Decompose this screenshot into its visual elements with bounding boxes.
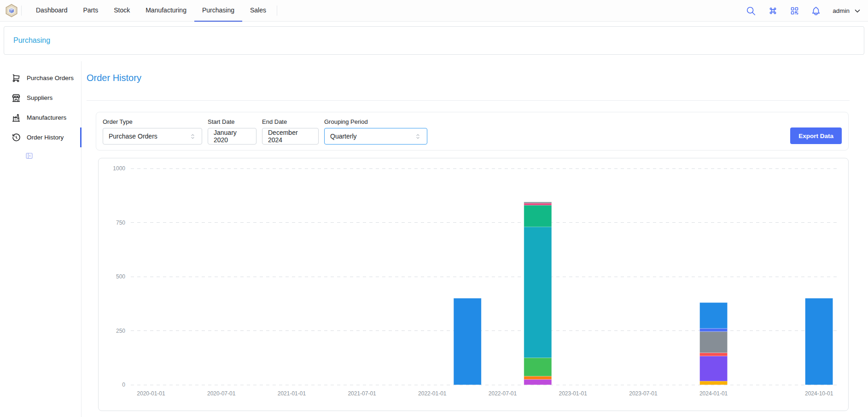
sidebar-collapse-icon[interactable] [25, 152, 33, 160]
x-axis-label: 2024-01-01 [699, 390, 728, 397]
end-date-input[interactable]: December 2024 [262, 128, 319, 145]
bar-segment[interactable] [524, 358, 552, 376]
bar-segment[interactable] [700, 331, 728, 353]
bar-2024-01-01[interactable] [700, 302, 728, 385]
y-axis-label: 500 [116, 273, 125, 280]
bar-segment[interactable] [700, 328, 728, 331]
order-history-chart: 025050075010002020-01-012020-07-012021-0… [99, 158, 848, 411]
order-type-value: Purchase Orders [109, 133, 157, 140]
main-nav-tabs: Dashboard Parts Stock Manufacturing Purc… [28, 0, 274, 22]
x-axis-label: 2023-01-01 [559, 390, 588, 397]
tab-stock[interactable]: Stock [106, 0, 138, 22]
order-history-chart-card: 025050075010002020-01-012020-07-012021-0… [98, 158, 849, 411]
end-date-value: December 2024 [268, 129, 313, 144]
sidebar-item-label: Manufacturers [27, 114, 66, 121]
history-icon [12, 133, 21, 142]
selector-updown-icon [189, 133, 196, 140]
tab-sales[interactable]: Sales [242, 0, 274, 22]
end-date-label: End Date [262, 118, 319, 125]
y-axis-label: 1000 [113, 165, 125, 172]
x-axis-label: 2020-01-01 [137, 390, 165, 397]
x-axis-label: 2024-10-01 [805, 390, 833, 397]
sidebar-item-purchase-orders[interactable]: Purchase Orders [12, 68, 82, 88]
bar-2022-10-01[interactable] [524, 202, 552, 385]
tab-purchasing[interactable]: Purchasing [194, 0, 242, 22]
x-axis-label: 2021-07-01 [348, 390, 376, 397]
export-data-button[interactable]: Export Data [790, 127, 842, 144]
breadcrumb[interactable]: Purchasing [13, 36, 50, 45]
y-axis-label: 750 [116, 220, 125, 226]
top-navigation-bar: Dashboard Parts Stock Manufacturing Purc… [0, 0, 868, 22]
sidebar-item-label: Purchase Orders [27, 75, 74, 81]
bar-segment[interactable] [700, 302, 728, 328]
order-type-select[interactable]: Purchase Orders [103, 128, 202, 145]
bar-segment[interactable] [524, 227, 552, 358]
grouping-period-field: Grouping Period Quarterly [324, 118, 427, 145]
page-title: Order History [87, 73, 141, 83]
nav-separator-left [21, 6, 22, 16]
y-axis-label: 250 [116, 328, 125, 334]
order-type-label: Order Type [103, 118, 202, 125]
bar-segment[interactable] [524, 205, 552, 227]
start-date-field: Start Date January 2020 [208, 118, 256, 145]
x-axis-label: 2022-07-01 [489, 390, 517, 397]
sidebar-item-manufacturers[interactable]: Manufacturers [12, 108, 82, 127]
end-date-field: End Date December 2024 [262, 118, 319, 145]
order-type-field: Order Type Purchase Orders [103, 118, 202, 145]
inventree-logo[interactable] [5, 3, 18, 18]
chevron-down-icon [853, 7, 862, 15]
filter-panel: Order Type Purchase Orders Start Date Ja… [96, 112, 849, 151]
user-name: admin [833, 7, 850, 14]
bar-segment[interactable] [524, 376, 552, 379]
bar-segment[interactable] [700, 356, 728, 381]
sidebar: Purchase Orders Suppliers Manufacturers … [12, 68, 82, 147]
x-axis-label: 2021-01-01 [278, 390, 306, 397]
x-axis-label: 2022-01-01 [418, 390, 447, 397]
search-icon[interactable] [746, 6, 756, 16]
bar-2022-04-01[interactable] [454, 298, 481, 385]
start-date-label: Start Date [208, 118, 256, 125]
grouping-period-select[interactable]: Quarterly [324, 128, 427, 145]
grouping-period-value: Quarterly [330, 133, 357, 140]
bar-2024-10-01[interactable] [805, 298, 833, 385]
bar-segment[interactable] [454, 298, 481, 385]
building-store-icon [12, 93, 21, 103]
sidebar-item-suppliers[interactable]: Suppliers [12, 88, 82, 108]
title-divider [87, 100, 850, 101]
selector-updown-icon [414, 133, 421, 140]
breadcrumb-panel: Purchasing [4, 26, 864, 55]
sidebar-item-label: Order History [27, 134, 64, 141]
grouping-period-label: Grouping Period [324, 118, 427, 125]
start-date-input[interactable]: January 2020 [208, 128, 256, 145]
bar-segment[interactable] [805, 298, 833, 385]
bar-segment[interactable] [700, 353, 728, 356]
bar-segment[interactable] [700, 381, 728, 385]
command-palette-icon[interactable] [768, 6, 778, 16]
nav-separator-right [277, 6, 277, 16]
x-axis-label: 2023-07-01 [629, 390, 658, 397]
shopping-cart-icon [12, 74, 21, 83]
notifications-icon[interactable] [811, 6, 821, 16]
inventree-logo-icon [5, 4, 18, 17]
user-menu[interactable]: admin [833, 7, 862, 15]
x-axis-label: 2020-07-01 [207, 390, 236, 397]
y-axis-label: 0 [122, 382, 125, 388]
bar-segment[interactable] [524, 203, 552, 205]
start-date-value: January 2020 [214, 129, 250, 144]
sidebar-item-order-history[interactable]: Order History [12, 127, 82, 147]
factory-icon [12, 113, 21, 122]
tab-manufacturing[interactable]: Manufacturing [138, 0, 194, 22]
bar-segment[interactable] [524, 379, 552, 385]
nav-actions: admin [746, 0, 862, 22]
barcode-scan-icon[interactable] [789, 6, 799, 16]
tab-parts[interactable]: Parts [76, 0, 106, 22]
tab-dashboard[interactable]: Dashboard [28, 0, 76, 22]
sidebar-item-label: Suppliers [27, 94, 52, 101]
bar-segment[interactable] [524, 202, 552, 203]
